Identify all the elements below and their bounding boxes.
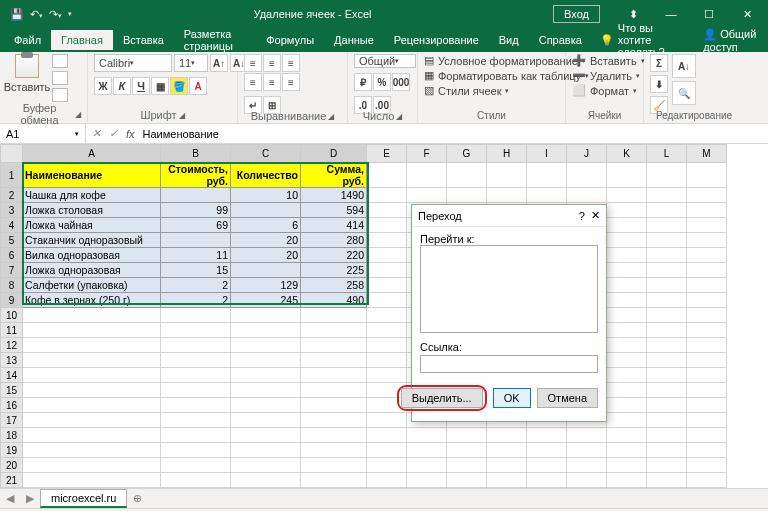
- cell[interactable]: 245: [231, 293, 301, 308]
- cell[interactable]: 11: [161, 248, 231, 263]
- cell[interactable]: 258: [301, 278, 367, 293]
- cell[interactable]: [647, 413, 687, 428]
- align-top-icon[interactable]: ≡: [244, 54, 262, 72]
- cell[interactable]: [527, 163, 567, 188]
- new-sheet-icon[interactable]: ⊕: [127, 492, 148, 505]
- fill-color-button[interactable]: 🪣: [170, 77, 188, 95]
- cell[interactable]: [567, 443, 607, 458]
- col-header[interactable]: F: [407, 145, 447, 163]
- cell[interactable]: [487, 428, 527, 443]
- close-icon[interactable]: ✕: [730, 8, 764, 21]
- cell[interactable]: [231, 323, 301, 338]
- maximize-icon[interactable]: ☐: [692, 8, 726, 21]
- cell[interactable]: [647, 458, 687, 473]
- cell[interactable]: Стаканчик одноразовый: [23, 233, 161, 248]
- cell[interactable]: [231, 488, 301, 489]
- cell[interactable]: [161, 428, 231, 443]
- col-header[interactable]: H: [487, 145, 527, 163]
- cell[interactable]: [607, 323, 647, 338]
- cell[interactable]: Ложка чайная: [23, 218, 161, 233]
- italic-button[interactable]: К: [113, 77, 131, 95]
- cell[interactable]: 280: [301, 233, 367, 248]
- cell[interactable]: [647, 308, 687, 323]
- cell[interactable]: [23, 353, 161, 368]
- col-header[interactable]: B: [161, 145, 231, 163]
- cell[interactable]: [607, 278, 647, 293]
- reference-input[interactable]: [420, 355, 598, 373]
- cell[interactable]: [161, 488, 231, 489]
- percent-icon[interactable]: %: [373, 73, 391, 91]
- cell[interactable]: [567, 473, 607, 488]
- cell[interactable]: [647, 218, 687, 233]
- cell[interactable]: [647, 293, 687, 308]
- currency-icon[interactable]: ₽: [354, 73, 372, 91]
- cell[interactable]: [527, 458, 567, 473]
- login-button[interactable]: Вход: [553, 5, 600, 23]
- cell[interactable]: [161, 398, 231, 413]
- cell[interactable]: [231, 443, 301, 458]
- cell[interactable]: [367, 338, 407, 353]
- col-header[interactable]: M: [687, 145, 727, 163]
- cell[interactable]: [367, 353, 407, 368]
- cell[interactable]: [231, 338, 301, 353]
- cell[interactable]: Чашка для кофе: [23, 188, 161, 203]
- cell[interactable]: [687, 218, 727, 233]
- cell[interactable]: [647, 473, 687, 488]
- cell[interactable]: [23, 413, 161, 428]
- cell[interactable]: [687, 473, 727, 488]
- cell[interactable]: 69: [161, 218, 231, 233]
- autosum-icon[interactable]: Σ: [650, 54, 668, 72]
- cell[interactable]: [567, 428, 607, 443]
- row-header[interactable]: 3: [1, 203, 23, 218]
- cell[interactable]: [487, 188, 527, 203]
- cell[interactable]: [447, 473, 487, 488]
- cell[interactable]: [161, 383, 231, 398]
- cell[interactable]: [23, 458, 161, 473]
- cell[interactable]: [647, 203, 687, 218]
- cut-icon[interactable]: [52, 54, 68, 68]
- cell[interactable]: [687, 488, 727, 489]
- cell[interactable]: [367, 308, 407, 323]
- cell[interactable]: 6: [231, 218, 301, 233]
- cell[interactable]: [367, 368, 407, 383]
- col-header[interactable]: D: [301, 145, 367, 163]
- cell[interactable]: [607, 218, 647, 233]
- enter-formula-icon[interactable]: ✓: [109, 127, 118, 140]
- cell[interactable]: [527, 188, 567, 203]
- col-header[interactable]: K: [607, 145, 647, 163]
- cell[interactable]: [607, 458, 647, 473]
- cell[interactable]: [687, 203, 727, 218]
- cell[interactable]: [647, 163, 687, 188]
- cell[interactable]: [367, 233, 407, 248]
- cell[interactable]: [487, 163, 527, 188]
- cell[interactable]: [367, 203, 407, 218]
- ok-button[interactable]: OK: [493, 388, 531, 408]
- find-select-icon[interactable]: 🔍: [672, 81, 696, 105]
- cell[interactable]: [647, 488, 687, 489]
- row-header[interactable]: 22: [1, 488, 23, 489]
- cell[interactable]: [301, 473, 367, 488]
- ribbon-options-icon[interactable]: ⬍: [616, 8, 650, 21]
- cell[interactable]: [687, 383, 727, 398]
- conditional-format-button[interactable]: ▤Условное форматирование▾: [424, 54, 589, 67]
- cell[interactable]: [607, 383, 647, 398]
- cell[interactable]: [687, 353, 727, 368]
- cell[interactable]: Количество: [231, 163, 301, 188]
- cell[interactable]: [687, 368, 727, 383]
- cell[interactable]: [407, 428, 447, 443]
- cell[interactable]: [607, 293, 647, 308]
- cell[interactable]: [161, 323, 231, 338]
- cell[interactable]: [161, 233, 231, 248]
- cell[interactable]: [367, 413, 407, 428]
- cell[interactable]: [447, 188, 487, 203]
- cell[interactable]: [301, 338, 367, 353]
- cell[interactable]: [607, 443, 647, 458]
- tab-view[interactable]: Вид: [489, 30, 529, 50]
- cell[interactable]: [301, 413, 367, 428]
- redo-icon[interactable]: ↷▾: [49, 8, 62, 21]
- cell[interactable]: [647, 188, 687, 203]
- cell[interactable]: 490: [301, 293, 367, 308]
- cell[interactable]: Салфетки (упаковка): [23, 278, 161, 293]
- cell[interactable]: [367, 263, 407, 278]
- cell[interactable]: 594: [301, 203, 367, 218]
